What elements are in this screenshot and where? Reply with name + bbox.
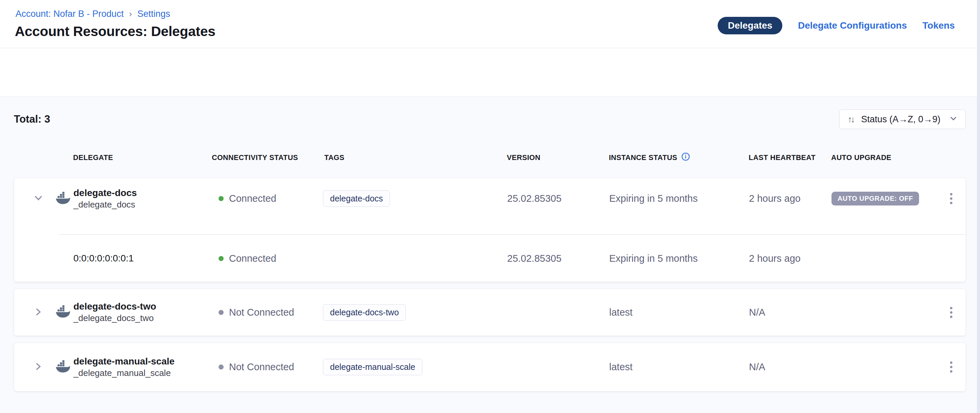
column-header-auto-upgrade: AUTO UPGRADE [831,154,940,162]
docker-icon [55,305,70,319]
breadcrumb-separator-icon: › [129,9,132,19]
connectivity-cell: Connected [212,253,323,264]
delegate-row-card: delegate-docs-two _delegate_docs_two Not… [14,289,966,336]
delegate-row-card: delegate-docs _delegate_docs Connected d… [14,178,966,282]
tab-tokens[interactable]: Tokens [923,20,955,31]
connectivity-status: Not Connected [229,362,294,373]
delegate-tag-chip: delegate-docs [323,190,390,207]
row-menu-button[interactable] [948,305,955,320]
tab-delegates[interactable]: Delegates [718,17,782,34]
sort-select-value: Status (A→Z, 0→9) [861,114,943,124]
connected-status-dot [219,196,224,201]
delegate-row[interactable]: delegate-docs _delegate_docs Connected d… [14,178,966,234]
tab-delegate-configurations[interactable]: Delegate Configurations [798,20,907,31]
disconnected-status-dot [219,310,224,315]
connectivity-cell: Not Connected [212,362,323,373]
total-count-label: Total: 3 [14,113,50,125]
delegate-name: delegate-docs-two [73,301,212,312]
toolbar: + New Delegate Latest Delegate: 25.02.85… [0,48,980,97]
row-menu-button[interactable] [948,359,955,375]
instance-status-cell: latest [609,362,749,373]
version-cell: 25.02.85305 [507,253,609,264]
tags-cell: delegate-docs [323,190,507,207]
last-heartbeat-cell: N/A [749,362,832,373]
delegate-row[interactable]: delegate-docs-two _delegate_docs_two Not… [14,289,966,335]
chevron-down-icon [949,114,958,124]
delegates-content: Total: 3 ↑↓ Status (A→Z, 0→9) DELEGATE C… [0,97,980,413]
breadcrumb-settings-link[interactable]: Settings [137,9,170,19]
table-header-row: DELEGATE CONNECTIVITY STATUS TAGS VERSIO… [14,148,966,168]
delegate-name-cell: delegate-docs-two _delegate_docs_two [73,301,212,324]
delegate-hostname: _delegate_docs [73,199,212,210]
column-header-tags: TAGS [323,154,507,162]
delegate-hostname: _delegate_manual_scale [73,367,212,379]
connectivity-status: Connected [229,253,276,264]
delegate-tag-chip: delegate-manual-scale [323,359,422,375]
vertical-scrollbar[interactable] [977,0,980,413]
delegate-hostname: _delegate_docs_two [73,312,212,324]
tags-cell: delegate-docs-two [323,304,507,321]
sort-arrows-icon: ↑↓ [848,114,854,124]
delegate-instance-row: 0:0:0:0:0:0:0:1 Connected 25.02.85305 Ex… [14,235,966,282]
disconnected-status-dot [219,365,224,370]
sort-select[interactable]: ↑↓ Status (A→Z, 0→9) [839,110,966,129]
column-header-delegate: DELEGATE [73,154,212,162]
delegate-name-cell: delegate-docs _delegate_docs [73,187,212,210]
last-heartbeat-cell: 2 hours ago [749,193,832,204]
instance-status-cell: latest [609,307,749,318]
column-header-last-heartbeat: LAST HEARTBEAT [749,154,831,162]
delegates-page: Account: Nofar B - Product › Settings Ac… [0,0,980,413]
delegate-name-cell: delegate-manual-scale _delegate_manual_s… [73,356,212,379]
instance-status-cell: Expiring in 5 months [609,193,749,204]
connected-status-dot [219,256,224,261]
version-cell: 25.02.85305 [507,193,609,204]
page-header: Account: Nofar B - Product › Settings Ac… [0,0,980,48]
collapse-row-button[interactable] [33,193,44,204]
connectivity-status: Connected [229,193,276,204]
breadcrumb-account-link[interactable]: Account: Nofar B - Product [16,9,124,19]
info-icon[interactable] [681,152,690,163]
summary-row: Total: 3 ↑↓ Status (A→Z, 0→9) [14,110,966,129]
column-header-instance-status-label: INSTANCE STATUS [609,154,677,162]
breadcrumb: Account: Nofar B - Product › Settings [16,9,170,19]
connectivity-status: Not Connected [229,307,294,318]
delegate-row-card: delegate-manual-scale _delegate_manual_s… [14,343,966,391]
auto-upgrade-cell: AUTO UPGRADE: OFF [832,192,940,206]
delegate-tag-chip: delegate-docs-two [323,304,406,321]
tags-cell: delegate-manual-scale [323,359,507,375]
column-header-connectivity: CONNECTIVITY STATUS [212,154,323,162]
page-title: Account Resources: Delegates [15,24,215,40]
auto-upgrade-badge: AUTO UPGRADE: OFF [832,192,919,206]
resource-tabs: Delegates Delegate Configurations Tokens [718,17,955,34]
connectivity-cell: Not Connected [212,307,323,318]
expand-row-button[interactable] [33,362,44,373]
docker-icon [55,360,70,374]
docker-icon [55,192,70,206]
last-heartbeat-cell: 2 hours ago [749,253,832,264]
row-menu-button[interactable] [948,191,955,206]
instance-ip: 0:0:0:0:0:0:0:1 [73,253,212,264]
column-header-version: VERSION [507,154,609,162]
delegate-row[interactable]: delegate-manual-scale _delegate_manual_s… [14,343,966,391]
expand-row-button[interactable] [33,306,44,318]
delegate-name: delegate-docs [73,187,212,199]
column-header-instance-status: INSTANCE STATUS [609,152,749,163]
connectivity-cell: Connected [212,193,323,204]
instance-status-cell: Expiring in 5 months [609,253,749,264]
last-heartbeat-cell: N/A [749,307,832,318]
delegate-name: delegate-manual-scale [73,356,212,367]
